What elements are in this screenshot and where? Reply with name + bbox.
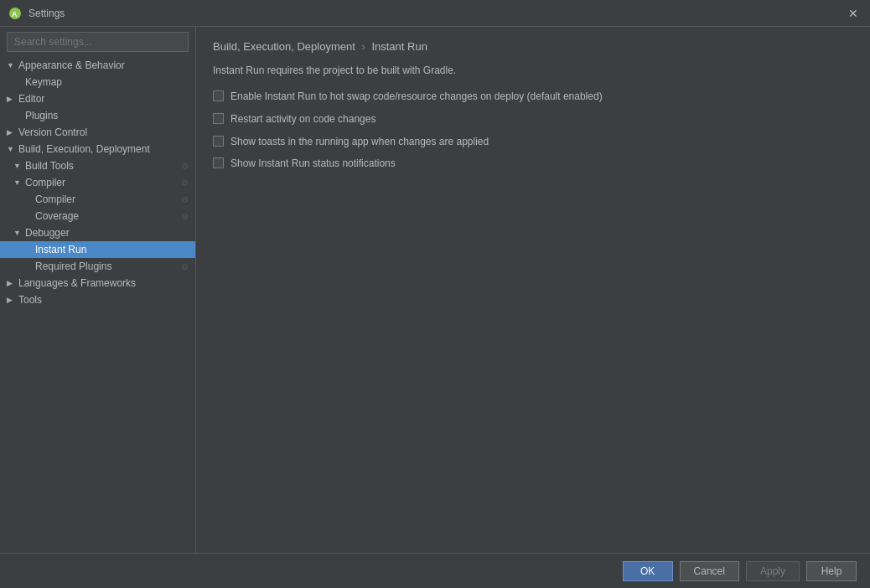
option-label-show-notifications: Show Instant Run status notifications (230, 157, 396, 171)
sidebar-item-appearance-behavior[interactable]: Appearance & Behavior (0, 57, 195, 74)
window-title: Settings (28, 8, 65, 19)
breadcrumb-part2: Instant Run (371, 40, 427, 53)
sidebar-item-label: Plugins (25, 110, 58, 121)
options-list: Enable Instant Run to hot swap code/reso… (213, 90, 853, 179)
sidebar: Appearance & BehaviorKeymapEditorPlugins… (0, 27, 196, 553)
settings-dialog: A Settings ✕ Appearance & BehaviorKeymap… (0, 0, 870, 588)
footer: OK Cancel Apply Help (0, 553, 870, 588)
sidebar-item-label: Compiler (35, 193, 75, 205)
sidebar-item-label: Languages & Frameworks (18, 277, 136, 289)
sidebar-item-label: Coverage (35, 210, 79, 222)
sidebar-item-version-control[interactable]: Version Control (0, 124, 195, 141)
sidebar-item-build-tools[interactable]: Build Tools⚙ (0, 157, 195, 174)
help-button[interactable]: Help (806, 561, 857, 581)
sidebar-item-label: Build, Execution, Deployment (18, 143, 150, 155)
sidebar-item-keymap[interactable]: Keymap (0, 74, 195, 90)
sidebar-item-label: Appearance & Behavior (18, 59, 125, 71)
content-description: Instant Run requires the project to be b… (213, 64, 853, 76)
sidebar-item-label: Build Tools (25, 160, 74, 172)
config-icon: ⚙ (181, 262, 189, 271)
sidebar-item-label: Version Control (18, 126, 87, 138)
sidebar-item-label: Required Plugins (35, 260, 111, 272)
apply-button[interactable]: Apply (746, 561, 800, 581)
breadcrumb: Build, Execution, Deployment › Instant R… (213, 40, 853, 53)
ok-button[interactable]: OK (623, 561, 673, 581)
config-icon: ⚙ (181, 195, 189, 204)
triangle-icon (7, 296, 17, 304)
sidebar-item-label: Instant Run (35, 244, 86, 255)
sidebar-item-instant-run[interactable]: Instant Run (0, 241, 195, 258)
triangle-icon (13, 178, 23, 187)
checkbox-restart-activity[interactable] (213, 113, 224, 124)
search-input[interactable] (7, 32, 189, 52)
sidebar-item-tools[interactable]: Tools (0, 291, 195, 308)
title-bar: A Settings ✕ (0, 0, 870, 27)
sidebar-item-languages-frameworks[interactable]: Languages & Frameworks (0, 275, 195, 291)
sidebar-item-compiler[interactable]: Compiler⚙ (0, 174, 195, 191)
config-icon: ⚙ (181, 212, 189, 221)
sidebar-item-required-plugins[interactable]: Required Plugins⚙ (0, 258, 195, 275)
option-label-restart-activity: Restart activity on code changes (230, 112, 375, 126)
sidebar-item-debugger[interactable]: Debugger (0, 224, 195, 241)
sidebar-item-compiler-sub[interactable]: Compiler⚙ (0, 191, 195, 208)
checkbox-show-toasts[interactable] (213, 136, 224, 147)
checkbox-show-notifications[interactable] (213, 157, 224, 168)
triangle-icon (13, 229, 23, 237)
triangle-icon (13, 162, 23, 170)
cancel-button[interactable]: Cancel (680, 561, 739, 581)
svg-text:A: A (12, 10, 18, 18)
config-icon: ⚙ (181, 162, 189, 171)
sidebar-item-label: Compiler (25, 177, 65, 188)
option-row-restart-activity: Restart activity on code changes (213, 112, 853, 126)
sidebar-item-coverage[interactable]: Coverage⚙ (0, 208, 195, 224)
option-label-enable-instant-run: Enable Instant Run to hot swap code/reso… (230, 90, 603, 104)
breadcrumb-arrow: › (361, 40, 368, 53)
triangle-icon (7, 279, 17, 287)
option-row-show-notifications: Show Instant Run status notifications (213, 157, 853, 171)
nav-list: Appearance & BehaviorKeymapEditorPlugins… (0, 57, 195, 308)
config-icon: ⚙ (181, 178, 189, 188)
option-row-enable-instant-run: Enable Instant Run to hot swap code/reso… (213, 90, 853, 104)
sidebar-item-plugins[interactable]: Plugins (0, 107, 195, 124)
breadcrumb-part1: Build, Execution, Deployment (213, 40, 355, 53)
triangle-icon (7, 128, 17, 137)
content-area: Build, Execution, Deployment › Instant R… (196, 27, 870, 553)
triangle-icon (7, 95, 17, 103)
close-button[interactable]: ✕ (845, 5, 862, 22)
main-content: Appearance & BehaviorKeymapEditorPlugins… (0, 27, 870, 553)
sidebar-item-build-exec-deploy[interactable]: Build, Execution, Deployment (0, 141, 195, 157)
sidebar-item-label: Debugger (25, 227, 70, 239)
sidebar-item-label: Editor (18, 93, 44, 105)
triangle-icon (7, 145, 17, 153)
sidebar-item-label: Keymap (25, 76, 62, 88)
title-bar-left: A Settings (8, 7, 65, 20)
checkbox-enable-instant-run[interactable] (213, 90, 224, 101)
triangle-icon (7, 61, 17, 70)
option-label-show-toasts: Show toasts in the running app when chan… (230, 135, 489, 149)
option-row-show-toasts: Show toasts in the running app when chan… (213, 135, 853, 149)
sidebar-item-editor[interactable]: Editor (0, 90, 195, 107)
app-icon: A (8, 7, 22, 20)
sidebar-item-label: Tools (18, 294, 42, 306)
